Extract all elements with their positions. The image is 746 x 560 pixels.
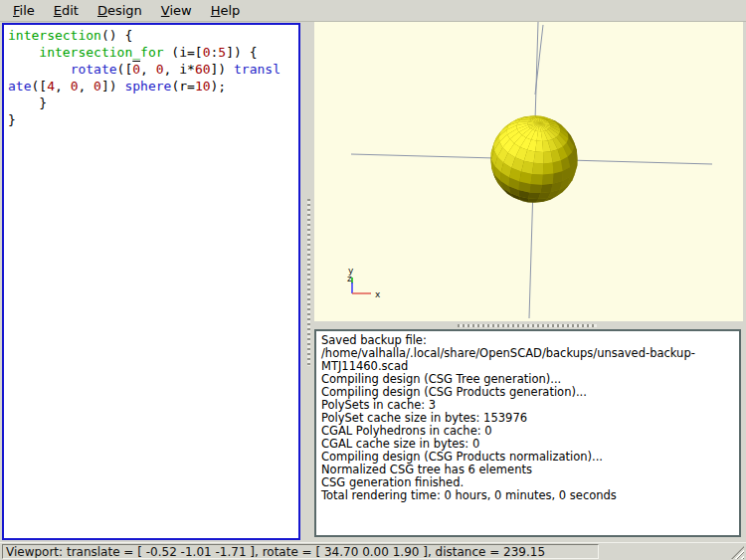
horizontal-splitter-grip[interactable] (458, 324, 597, 327)
axis-indicator-z-label: z (347, 274, 352, 283)
rendered-sphere (490, 115, 577, 203)
vertical-splitter-grip[interactable] (307, 199, 310, 366)
axis-indicator: y z x (347, 266, 381, 299)
menu-help[interactable]: Help (204, 1, 248, 20)
status-message: Viewport: translate = [ -0.52 -1.01 -1.7… (2, 544, 599, 559)
horizontal-splitter[interactable] (314, 321, 743, 329)
console-log: Saved backup file: /home/valhalla/.local… (321, 334, 736, 502)
code-area[interactable]: intersection() { intersection_for (i=[0:… (8, 27, 296, 536)
menu-design[interactable]: Design (91, 1, 149, 20)
resize-grip-icon[interactable] (731, 546, 744, 559)
menu-bar: File Edit Design View Help (0, 0, 746, 22)
code-editor-pane[interactable]: intersection() { intersection_for (i=[0:… (2, 23, 300, 540)
vertical-splitter[interactable] (303, 22, 314, 540)
console-pane[interactable]: Saved backup file: /home/valhalla/.local… (314, 329, 741, 537)
menu-file[interactable]: File (6, 1, 42, 20)
viewport-3d[interactable]: y z x (314, 22, 743, 321)
viewport-canvas: y z x (314, 22, 743, 321)
menu-view[interactable]: View (154, 1, 199, 20)
axis-indicator-x-label: x (375, 289, 381, 299)
menu-edit[interactable]: Edit (47, 1, 86, 20)
status-bar: Viewport: translate = [ -0.52 -1.01 -1.7… (0, 542, 746, 560)
